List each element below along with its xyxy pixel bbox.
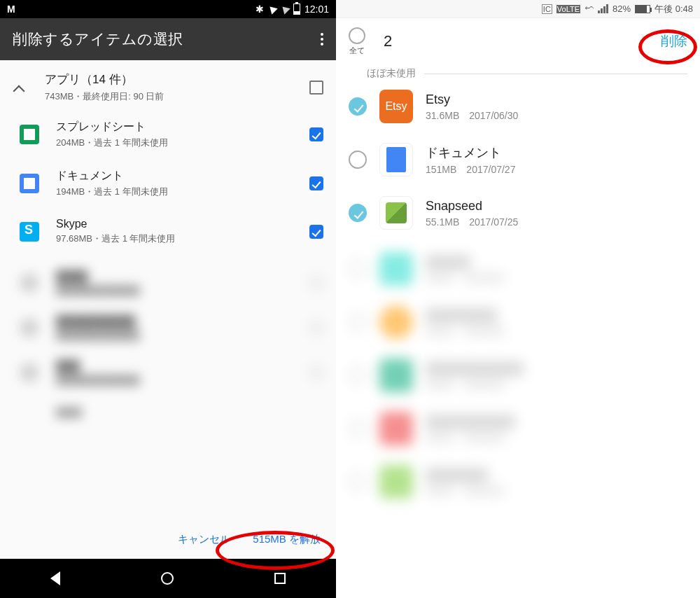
volte-icon: VoLTE: [556, 5, 580, 13]
chevron-up-icon: [13, 83, 25, 95]
circle-icon: [349, 27, 365, 44]
nav-bar: [0, 559, 336, 598]
select-all-checkbox[interactable]: [309, 81, 323, 95]
overflow-menu-icon[interactable]: [321, 33, 323, 46]
ic-card-icon: IC: [542, 4, 552, 14]
selected-count: 2: [384, 32, 392, 50]
nav-back-icon[interactable]: [50, 571, 60, 585]
app-bar: 削除するアイテムの選択: [0, 18, 336, 60]
signal-icon: [598, 4, 608, 13]
snapseed-icon: [379, 196, 413, 230]
battery-icon: [293, 4, 300, 15]
app-detail: 97.68MB・過去 1 年間未使用: [56, 232, 309, 245]
section-label: ほぼ未使用: [367, 67, 416, 80]
category-subtitle: 743MB・最終使用日: 90 日前: [45, 90, 309, 103]
status-bar: M ✱ 12:01: [0, 0, 336, 18]
battery-percent: 82%: [612, 4, 631, 14]
app-detail: 194MB・過去 1 年間未使用: [56, 186, 309, 198]
app-name: Etsy: [426, 92, 687, 107]
sheets-icon: [20, 125, 39, 144]
app-name: Snapseed: [426, 199, 687, 214]
app-row-skype[interactable]: Skype 97.68MB・過去 1 年間未使用: [56, 208, 336, 255]
blurred-rows: █████████████████ ██████████████████████…: [56, 260, 336, 427]
checkbox-unchecked[interactable]: [349, 151, 367, 169]
app-name: ドキュメント: [426, 144, 687, 161]
app-name: スプレッドシート: [56, 120, 309, 134]
app-size: 151MB: [426, 164, 456, 175]
wifi-icon: ⬿: [584, 4, 594, 14]
app-bar: 全て 2 削除: [336, 18, 700, 64]
select-all-button[interactable]: 全て: [349, 27, 365, 56]
category-title: アプリ（14 件）: [45, 71, 309, 88]
cancel-button[interactable]: キャンセル: [178, 533, 230, 546]
app-date: 2017/06/30: [469, 110, 518, 121]
blurred-rows: ███████████████ ██████████████████ █████…: [336, 242, 700, 508]
section-header: ほぼ未使用: [336, 64, 700, 80]
app-row-snapseed[interactable]: Snapseed 55.1MB 2017/07/25: [336, 186, 700, 239]
app-size: 31.6MB: [426, 110, 459, 121]
select-all-label: 全て: [349, 46, 365, 56]
signal-icon: [279, 4, 290, 15]
status-bar: IC VoLTE ⬿ 82% 午後 0:48: [336, 0, 700, 18]
action-bar: キャンセル 515MB を解放: [0, 523, 336, 556]
docs-icon: [379, 143, 413, 176]
app-row-docs[interactable]: ドキュメント 194MB・過去 1 年間未使用: [56, 159, 336, 208]
skype-icon: [20, 222, 39, 242]
wifi-icon: [267, 4, 278, 15]
checkbox-checked[interactable]: [349, 204, 367, 222]
app-date: 2017/07/27: [466, 164, 515, 175]
app-name: Skype: [56, 218, 309, 230]
appbar-title: 削除するアイテムの選択: [13, 29, 183, 49]
nav-recents-icon[interactable]: [274, 573, 286, 584]
checkbox-checked[interactable]: [309, 225, 323, 239]
app-date: 2017/07/25: [469, 216, 518, 228]
app-detail: 204MB・過去 1 年間未使用: [56, 137, 309, 149]
free-space-button[interactable]: 515MB を解放: [253, 533, 321, 546]
clock: 12:01: [304, 4, 329, 15]
checkbox-checked[interactable]: [349, 97, 367, 116]
docs-icon: [20, 174, 39, 193]
app-name: ドキュメント: [56, 169, 309, 183]
clock: 午後 0:48: [654, 3, 693, 15]
bluetooth-icon: ✱: [255, 4, 264, 15]
app-size: 55.1MB: [426, 216, 459, 228]
app-row-sheets[interactable]: スプレッドシート 204MB・過去 1 年間未使用: [56, 110, 336, 159]
checkbox-checked[interactable]: [309, 127, 323, 141]
delete-button[interactable]: 削除: [661, 32, 687, 50]
gmail-icon: M: [7, 4, 15, 15]
nav-home-icon[interactable]: [161, 572, 174, 585]
phone-right: IC VoLTE ⬿ 82% 午後 0:48 全て 2 削除 ほぼ未使用 Ets…: [336, 0, 700, 598]
phone-left: M ✱ 12:01 削除するアイテムの選択 アプリ（14 件） 743MB・最終…: [0, 0, 336, 598]
checkbox-checked[interactable]: [309, 176, 323, 190]
app-row-documents[interactable]: ドキュメント 151MB 2017/07/27: [336, 133, 700, 186]
battery-icon: [635, 5, 650, 13]
app-row-etsy[interactable]: Etsy Etsy 31.6MB 2017/06/30: [336, 80, 700, 133]
category-header[interactable]: アプリ（14 件） 743MB・最終使用日: 90 日前: [0, 60, 336, 110]
etsy-icon: Etsy: [379, 90, 413, 123]
